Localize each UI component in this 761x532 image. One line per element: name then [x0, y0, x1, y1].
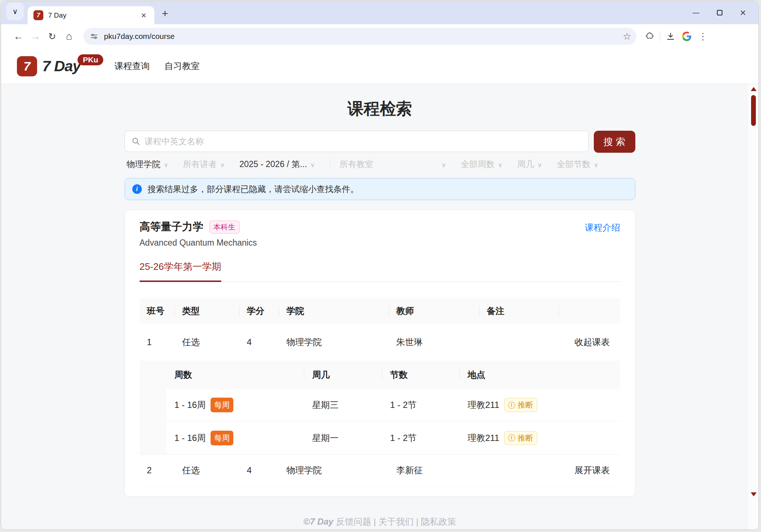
new-tab-button[interactable]	[157, 6, 173, 21]
page-title: 课程检索	[125, 98, 635, 120]
expanded-schedule: 周数 周几 节数 地点 1 - 16周 每周 星期三	[140, 361, 620, 455]
site-logo-text[interactable]: 7 Day	[42, 58, 80, 75]
search-box[interactable]	[125, 131, 589, 152]
column-header-class-no: 班号	[140, 298, 175, 324]
weekday-value: 星期三	[312, 399, 339, 411]
footer-link-about[interactable]: 关于我们	[378, 517, 414, 526]
scroll-up-icon[interactable]	[751, 87, 757, 91]
site-header: 7 7 Day PKu 课程查询 自习教室	[1, 48, 758, 84]
schedule-indent	[140, 361, 166, 454]
toolbar-divider	[660, 32, 660, 41]
cell-teacher: 朱世琳	[389, 336, 480, 348]
course-intro-link[interactable]: 课程介绍	[585, 222, 620, 234]
page-footer: ©7 Day 反馈问题 | 关于我们 | 隐私政策	[125, 516, 635, 528]
chevron-down-icon	[498, 159, 502, 169]
minimize-button[interactable]	[684, 1, 708, 24]
filter-weeks[interactable]: 全部周数	[461, 159, 502, 170]
close-window-button[interactable]	[731, 1, 755, 24]
table-row: 2 任选 4 物理学院 李新征 展开课表	[140, 455, 620, 486]
location-value: 理教211	[468, 432, 499, 444]
column-header-type: 类型	[175, 298, 240, 324]
site-info-icon[interactable]	[90, 32, 98, 40]
forward-icon[interactable]	[27, 28, 44, 45]
column-header-teacher: 教师	[389, 298, 480, 324]
schedule-header: 周数 周几 节数 地点	[166, 361, 620, 389]
url-bar[interactable]: pku7day.com/course	[83, 28, 636, 45]
course-table-header: 班号 类型 学分 学院 教师 备注	[140, 298, 620, 324]
page-body: 课程检索 搜 索 物理学院 所有讲者 2025 - 2026	[1, 84, 758, 530]
expand-schedule-button[interactable]: 展开课表	[559, 464, 620, 476]
browser-toolbar: pku7day.com/course	[1, 24, 758, 48]
schedule-table: 周数 周几 节数 地点 1 - 16周 每周 星期三	[166, 361, 620, 454]
cell-school: 物理学院	[279, 336, 389, 348]
home-icon[interactable]	[61, 28, 78, 45]
footer-copyright: ©7 Day	[304, 517, 334, 526]
cell-school: 物理学院	[279, 464, 389, 476]
tab-strip: 7 7 Day	[1, 1, 758, 24]
chevron-down-icon	[220, 159, 225, 169]
scrollbar-thumb[interactable]	[751, 95, 756, 126]
column-header-location: 地点	[460, 361, 620, 389]
reload-icon[interactable]	[44, 28, 61, 45]
footer-separator: |	[374, 517, 376, 526]
filter-row: 物理学院 所有讲者 2025 - 2026 / 第... 所有教室 全部周数 周…	[125, 159, 635, 170]
search-button[interactable]: 搜 索	[594, 131, 635, 153]
browser-tab[interactable]: 7 7 Day	[28, 6, 154, 24]
cell-type: 任选	[175, 464, 240, 476]
alert-text: 搜索结果过多，部分课程已隐藏，请尝试缩小查找条件。	[148, 184, 359, 195]
cell-class-no: 2	[140, 465, 175, 475]
tab-search-button[interactable]	[6, 3, 24, 20]
back-icon[interactable]	[10, 28, 27, 45]
cell-credits: 4	[240, 337, 279, 347]
extensions-icon[interactable]	[642, 28, 658, 44]
maximize-button[interactable]	[708, 1, 731, 24]
footer-link-feedback[interactable]: 反馈问题	[336, 517, 371, 526]
info-alert: 搜索结果过多，部分课程已隐藏，请尝试缩小查找条件。	[125, 178, 635, 200]
nav-item-course-search[interactable]: 课程查询	[114, 60, 150, 72]
collapse-schedule-button[interactable]: 收起课表	[559, 336, 620, 348]
url-text[interactable]: pku7day.com/course	[104, 32, 623, 41]
course-table: 班号 类型 学分 学院 教师 备注 1 任选 4 物理学院 朱世琳	[140, 298, 620, 486]
nav-item-study-room[interactable]: 自习教室	[164, 60, 200, 72]
search-row: 搜 索	[125, 131, 635, 153]
filter-classroom[interactable]: 所有教室	[340, 159, 446, 170]
browser-menu-icon[interactable]	[695, 28, 711, 44]
logo-pku-badge: PKu	[78, 54, 103, 65]
filter-school[interactable]: 物理学院	[127, 159, 168, 170]
inferred-tag: 推断	[504, 398, 537, 412]
maximize-icon	[717, 10, 722, 15]
search-icon	[132, 137, 140, 146]
search-input[interactable]	[145, 137, 582, 146]
tab-title: 7 Day	[48, 11, 139, 19]
filter-lecturer[interactable]: 所有讲者	[183, 159, 225, 170]
periods-value: 1 - 2节	[390, 399, 417, 411]
footer-link-privacy[interactable]: 隐私政策	[421, 517, 456, 526]
tab-semester[interactable]: 25-26学年第一学期	[140, 260, 222, 282]
page-scrollbar[interactable]	[747, 84, 758, 530]
filter-weekday[interactable]: 周几	[517, 159, 542, 170]
filter-divider	[330, 160, 330, 169]
column-header-periods: 节数	[382, 361, 460, 389]
chevron-down-icon	[442, 159, 446, 169]
periods-value: 1 - 2节	[390, 432, 417, 444]
tab-close-icon[interactable]	[139, 11, 148, 20]
column-header-weeks: 周数	[166, 361, 304, 389]
weeks-value: 1 - 16周	[175, 432, 206, 444]
google-profile-icon[interactable]	[679, 28, 695, 44]
scroll-down-icon[interactable]	[751, 492, 757, 496]
filter-periods[interactable]: 全部节数	[557, 159, 598, 170]
footer-separator: |	[416, 517, 418, 526]
column-header-weekday: 周几	[304, 361, 382, 389]
downloads-icon[interactable]	[663, 28, 679, 44]
course-subtitle: Advanced Quantum Mechanics	[140, 238, 257, 248]
exclamation-circle-icon	[508, 402, 515, 409]
weekday-value: 星期一	[312, 432, 339, 444]
course-title: 高等量子力学	[140, 220, 204, 234]
site-logo-icon[interactable]: 7	[17, 56, 37, 76]
info-icon	[132, 184, 142, 194]
chevron-down-icon	[537, 159, 542, 169]
filter-semester[interactable]: 2025 - 2026 / 第...	[239, 159, 315, 170]
weekly-tag: 每周	[211, 431, 233, 445]
bookmark-star-icon[interactable]	[623, 31, 631, 42]
semester-tabs: 25-26学年第一学期	[140, 260, 620, 282]
